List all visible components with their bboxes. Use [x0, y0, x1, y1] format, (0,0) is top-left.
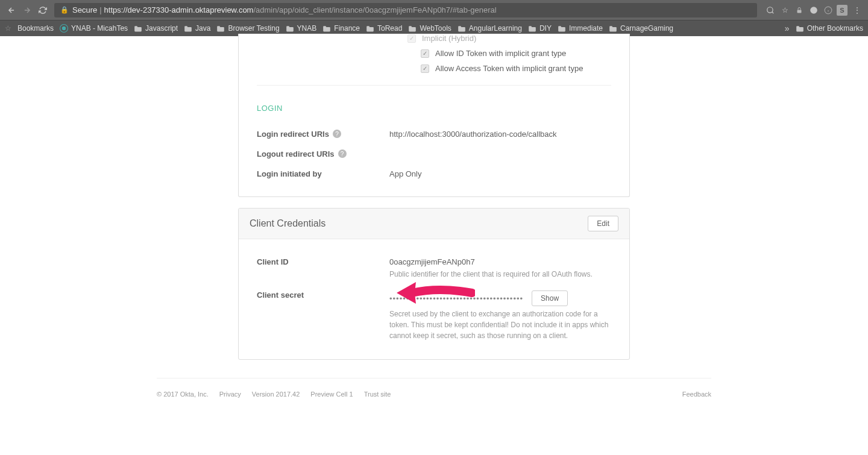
url-path: /admin/app/oidc_client/instance/0oacgzmj…: [253, 5, 496, 14]
bookmark-overflow-icon[interactable]: »: [785, 24, 790, 33]
folder-icon: [184, 25, 192, 32]
folder-icon: [286, 25, 294, 32]
help-icon[interactable]: ?: [338, 149, 347, 158]
show-button[interactable]: Show: [532, 290, 568, 306]
bookmark-ynab-folder[interactable]: YNAB: [286, 24, 317, 33]
svg-point-2: [810, 7, 817, 14]
bookmark-webtools[interactable]: WebTools: [408, 24, 451, 33]
folder-icon: [322, 25, 331, 32]
client-credentials-card: Client Credentials Edit Client ID 0oacgz…: [238, 208, 630, 360]
logout-redirect-value: [389, 149, 611, 158]
bookmark-carnage[interactable]: CarnageGaming: [609, 24, 673, 33]
extension-s-icon[interactable]: S: [837, 5, 848, 16]
bookmark-javascript[interactable]: Javascript: [134, 24, 178, 33]
client-secret-masked: ••••••••••••••••••••••••••••••••••••••••: [389, 294, 523, 303]
url-host: https://dev-237330-admin.oktapreview.com: [104, 5, 254, 14]
page-footer: © 2017 Okta, Inc. Privacy Version 2017.4…: [157, 378, 711, 410]
client-id-label: Client ID: [257, 257, 289, 266]
folder-icon: [408, 25, 417, 32]
client-id-value: 0oacgzmjijemFeANp0h7: [389, 257, 611, 266]
star-icon[interactable]: ☆: [779, 4, 791, 16]
address-bar[interactable]: 🔒 Secure | https://dev-237330-admin.okta…: [54, 3, 757, 17]
client-secret-label: Client secret: [257, 290, 304, 300]
bookmark-star-icon: ☆: [5, 24, 11, 33]
grant-idtoken-label: Allow ID Token with implicit grant type: [435, 49, 566, 58]
back-button[interactable]: [5, 4, 18, 17]
checkbox-idtoken[interactable]: [421, 49, 429, 58]
help-icon[interactable]: ?: [333, 130, 341, 138]
forward-button[interactable]: [20, 4, 34, 17]
grant-implicit-label: Implicit (Hybrid): [422, 34, 476, 43]
general-settings-card: Implicit (Hybrid) Allow ID Token with im…: [238, 34, 630, 197]
grant-accesstoken-row: Allow Access Token with implicit grant t…: [257, 64, 611, 73]
login-initiated-value: App Only: [389, 169, 611, 178]
page-content: Implicit (Hybrid) Allow ID Token with im…: [238, 34, 630, 360]
profile-icon[interactable]: [808, 4, 820, 16]
ynab-icon: [60, 24, 68, 33]
other-bookmarks[interactable]: Other Bookmarks: [796, 24, 863, 33]
folder-icon: [366, 25, 374, 32]
footer-feedback[interactable]: Feedback: [682, 391, 711, 398]
client-credentials-heading: Client Credentials: [250, 218, 326, 229]
login-section-heading: LOGIN: [257, 86, 611, 119]
checkbox-implicit[interactable]: [407, 34, 416, 43]
bookmark-toread[interactable]: ToRead: [366, 24, 402, 33]
login-redirect-value: http://localhost:3000/authorization-code…: [389, 130, 611, 139]
bookmark-java[interactable]: Java: [184, 24, 210, 33]
bookmark-ynab-micah[interactable]: YNAB - MicahTes: [60, 24, 128, 33]
folder-icon: [796, 25, 804, 32]
grant-accesstoken-label: Allow Access Token with implicit grant t…: [435, 64, 583, 73]
client-id-description: Public identifier for the client that is…: [389, 269, 611, 280]
bookmark-browser-testing[interactable]: Browser Testing: [216, 24, 279, 33]
bookmark-finance[interactable]: Finance: [322, 24, 360, 33]
lock-icon: 🔒: [60, 6, 69, 14]
reload-button[interactable]: [36, 4, 49, 17]
bookmarks-menu[interactable]: Bookmarks: [17, 24, 54, 33]
edit-button[interactable]: Edit: [588, 216, 618, 231]
logout-redirect-label: Logout redirect URIs: [257, 149, 335, 158]
folder-icon: [134, 25, 142, 32]
footer-copyright: © 2017 Okta, Inc.: [157, 391, 209, 398]
browser-toolbar: 🔒 Secure | https://dev-237330-admin.okta…: [0, 0, 868, 20]
search-icon[interactable]: [764, 4, 776, 16]
folder-icon: [216, 25, 225, 32]
client-secret-description: Secret used by the client to exchange an…: [389, 309, 611, 341]
grant-implicit-row: Implicit (Hybrid): [257, 34, 611, 43]
svg-rect-1: [797, 10, 802, 13]
footer-privacy[interactable]: Privacy: [219, 391, 241, 398]
extension-lock-icon[interactable]: [793, 4, 805, 16]
svg-point-0: [767, 7, 773, 12]
folder-icon: [528, 25, 536, 32]
footer-trust[interactable]: Trust site: [364, 391, 391, 398]
login-redirect-label: Login redirect URIs: [257, 130, 329, 139]
footer-preview: Preview Cell 1: [310, 391, 353, 398]
checkbox-accesstoken[interactable]: [421, 64, 429, 73]
info-icon[interactable]: [822, 4, 834, 16]
footer-version: Version 2017.42: [252, 391, 300, 398]
login-initiated-label: Login initiated by: [257, 169, 322, 178]
grant-idtoken-row: Allow ID Token with implicit grant type: [257, 49, 611, 58]
bookmark-angular[interactable]: AngularLearning: [458, 24, 522, 33]
folder-icon: [609, 25, 617, 32]
menu-icon[interactable]: ⋮: [851, 4, 863, 16]
bookmark-immediate[interactable]: Immediate: [558, 24, 603, 33]
bookmark-diy[interactable]: DIY: [528, 24, 552, 33]
folder-icon: [458, 25, 466, 32]
secure-label: Secure: [72, 5, 97, 14]
folder-icon: [558, 25, 566, 32]
